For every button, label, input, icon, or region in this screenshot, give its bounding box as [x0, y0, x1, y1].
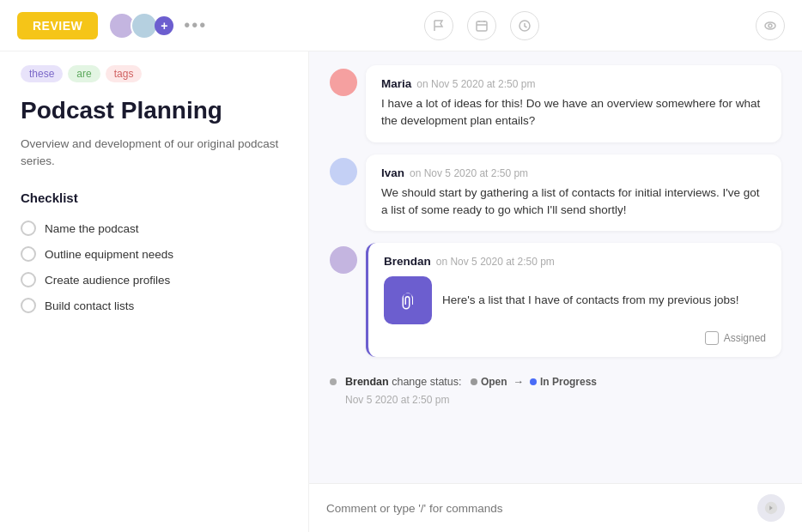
comment-brendan-wrapper: Brendan on Nov 5 2020 at 2:50 pm Here's …: [330, 243, 781, 357]
status-to: In Progress: [530, 374, 597, 390]
svg-rect-0: [477, 21, 487, 31]
status-change-author: Brendan: [345, 376, 389, 388]
checkbox-4[interactable]: [21, 298, 36, 313]
comment-brendan-time: on Nov 5 2020 at 2:50 pm: [436, 256, 555, 268]
eye-button[interactable]: [756, 11, 785, 40]
checklist-label-4: Build contact lists: [45, 299, 134, 312]
comment-maria-header: Maria on Nov 5 2020 at 2:50 pm: [381, 77, 766, 90]
comments-area: Maria on Nov 5 2020 at 2:50 pm I have a …: [309, 51, 802, 483]
comment-ivan-wrapper: Ivan on Nov 5 2020 at 2:50 pm We should …: [330, 154, 781, 232]
comment-maria-author: Maria: [381, 77, 411, 90]
comment-maria-time: on Nov 5 2020 at 2:50 pm: [416, 78, 535, 90]
checkbox-3[interactable]: [21, 272, 36, 287]
avatar-group: +: [108, 12, 173, 39]
assigned-checkbox[interactable]: [705, 331, 719, 345]
comment-maria-wrapper: Maria on Nov 5 2020 at 2:50 pm I have a …: [330, 65, 781, 142]
page-description: Overview and development of our original…: [21, 136, 288, 171]
comment-ivan: Ivan on Nov 5 2020 at 2:50 pm We should …: [366, 154, 781, 232]
checklist: Name the podcast Outline equipment needs…: [21, 215, 288, 318]
top-bar: REVIEW + •••: [0, 0, 802, 51]
status-from-label: Open: [481, 374, 507, 390]
status-from: Open: [471, 374, 507, 390]
tag-these[interactable]: these: [21, 65, 63, 82]
status-change-action-text: change status:: [392, 376, 461, 388]
comment-ivan-body: We should start by gathering a list of c…: [381, 184, 766, 220]
main-area: these are tags Podcast Planning Overview…: [0, 51, 802, 532]
comment-input-area: [309, 483, 802, 532]
more-options-button[interactable]: •••: [184, 15, 207, 35]
svg-point-3: [769, 24, 772, 27]
tag-tags[interactable]: tags: [106, 65, 143, 82]
comment-maria: Maria on Nov 5 2020 at 2:50 pm I have a …: [366, 65, 781, 142]
avatar-maria: [330, 69, 357, 96]
left-panel: these are tags Podcast Planning Overview…: [0, 51, 309, 532]
clock-button[interactable]: [510, 11, 539, 40]
svg-point-2: [765, 22, 775, 29]
calendar-button[interactable]: [467, 11, 496, 40]
send-button[interactable]: [757, 494, 785, 522]
review-button[interactable]: REVIEW: [17, 12, 98, 39]
checklist-item-3: Create audience profiles: [21, 267, 288, 293]
status-dot-progress: [530, 378, 537, 385]
comment-brendan-header: Brendan on Nov 5 2020 at 2:50 pm: [384, 255, 766, 268]
page-title: Podcast Planning: [21, 96, 288, 125]
comment-input[interactable]: [326, 502, 749, 515]
comment-ivan-header: Ivan on Nov 5 2020 at 2:50 pm: [381, 166, 766, 179]
assigned-label: Assigned: [724, 332, 766, 344]
status-change-time: Nov 5 2020 at 2:50 pm: [345, 392, 597, 408]
tags-row: these are tags: [21, 65, 288, 82]
checklist-title: Checklist: [21, 190, 288, 205]
add-member-button[interactable]: +: [155, 16, 173, 35]
checklist-item-1: Name the podcast: [21, 215, 288, 241]
comment-brendan-body: Here's a list that I have of contacts fr…: [442, 293, 738, 309]
status-change-row: Brendan change status: Open → In Progres…: [330, 369, 781, 413]
comment-ivan-author: Ivan: [381, 166, 404, 179]
top-bar-right: [756, 11, 785, 40]
checkbox-1[interactable]: [21, 221, 36, 236]
checklist-label-1: Name the podcast: [45, 222, 139, 235]
checklist-item-4: Build contact lists: [21, 293, 288, 318]
status-dot-open: [471, 378, 477, 385]
comment-ivan-time: on Nov 5 2020 at 2:50 pm: [410, 167, 528, 179]
checklist-label-2: Outline equipment needs: [45, 248, 173, 261]
status-to-label: In Progress: [540, 374, 597, 390]
status-dot: [330, 378, 337, 385]
right-panel: Maria on Nov 5 2020 at 2:50 pm I have a …: [309, 51, 802, 532]
checklist-item-2: Outline equipment needs: [21, 241, 288, 267]
top-bar-left: REVIEW + •••: [17, 12, 207, 39]
comment-maria-body: I have a lot of ideas for this! Do we ha…: [381, 95, 766, 130]
comment-brendan-author: Brendan: [384, 255, 431, 268]
assigned-row: Assigned: [384, 331, 766, 345]
top-bar-center: [424, 11, 539, 40]
avatar-brendan: [330, 246, 357, 274]
attachment-icon[interactable]: [384, 276, 432, 324]
checkbox-2[interactable]: [21, 246, 36, 262]
avatar-ivan: [330, 158, 357, 185]
comment-brendan: Brendan on Nov 5 2020 at 2:50 pm Here's …: [366, 243, 781, 357]
status-change-content: Brendan change status: Open → In Progres…: [345, 374, 597, 408]
flag-button[interactable]: [424, 11, 453, 40]
tag-are[interactable]: are: [68, 65, 100, 82]
checklist-label-3: Create audience profiles: [45, 274, 170, 287]
attachment-block: Here's a list that I have of contacts fr…: [384, 276, 766, 324]
